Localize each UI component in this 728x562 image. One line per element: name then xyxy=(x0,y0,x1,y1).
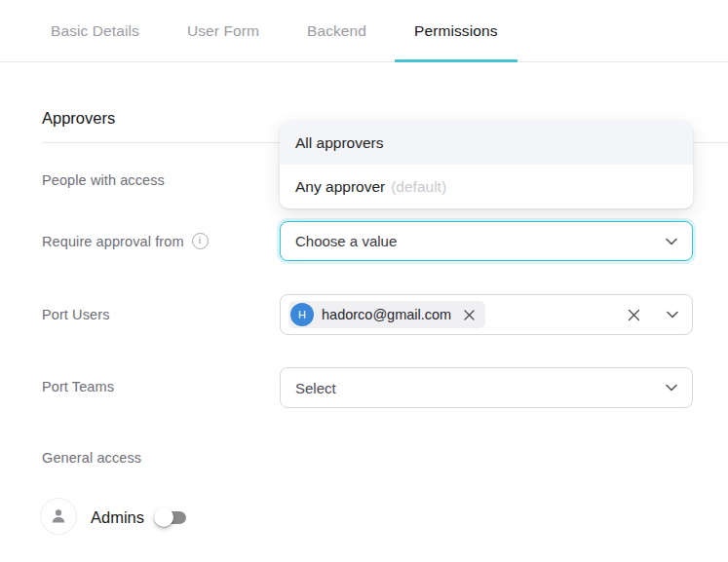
chevron-down-icon xyxy=(667,311,678,318)
port-users-multiselect[interactable]: H hadorco@gmail.com xyxy=(280,294,693,335)
menu-option-default-suffix: (default) xyxy=(391,178,446,196)
clear-all-icon[interactable] xyxy=(627,308,641,322)
admins-label: Admins xyxy=(91,508,144,527)
approver-dropdown-menu: All approvers Any approver (default) xyxy=(280,121,693,208)
tab-basic-details[interactable]: Basic Details xyxy=(31,0,159,61)
port-teams-select-value: Select xyxy=(295,380,336,396)
user-chip: H hadorco@gmail.com xyxy=(288,301,485,328)
tab-user-form[interactable]: User Form xyxy=(168,0,279,61)
menu-option-label: Any approver xyxy=(295,178,385,196)
label-port-teams: Port Teams xyxy=(42,379,114,394)
avatar: H xyxy=(290,303,314,326)
permissions-page: Basic Details User Form Backend Permissi… xyxy=(0,0,728,562)
section-title-approvers: Approvers xyxy=(42,109,115,128)
label-people-with-access: People with access xyxy=(42,172,165,188)
label-port-users: Port Users xyxy=(42,307,110,322)
port-teams-select[interactable]: Select xyxy=(280,367,693,408)
label-require-approval-text: Require approval from xyxy=(42,234,184,249)
menu-option-all-approvers[interactable]: All approvers xyxy=(280,121,693,165)
user-chip-email: hadorco@gmail.com xyxy=(322,307,451,322)
admins-avatar xyxy=(40,498,77,535)
label-require-approval: Require approval from i xyxy=(42,233,209,249)
chevron-down-icon xyxy=(666,384,677,392)
label-general-access: General access xyxy=(42,450,141,466)
chip-remove-icon[interactable] xyxy=(463,309,476,321)
toggle-thumb[interactable] xyxy=(154,507,173,527)
require-approval-select[interactable]: Choose a value xyxy=(280,221,693,261)
chevron-down-icon xyxy=(666,238,677,245)
admins-toggle[interactable] xyxy=(154,507,186,527)
menu-option-any-approver[interactable]: Any approver (default) xyxy=(280,165,693,208)
menu-option-label: All approvers xyxy=(295,134,383,152)
require-approval-select-value: Choose a value xyxy=(295,233,397,249)
person-icon xyxy=(49,506,68,526)
tab-permissions[interactable]: Permissions xyxy=(395,0,517,61)
info-icon[interactable]: i xyxy=(192,233,209,249)
tab-backend[interactable]: Backend xyxy=(287,0,386,61)
tab-bar: Basic Details User Form Backend Permissi… xyxy=(0,0,728,62)
